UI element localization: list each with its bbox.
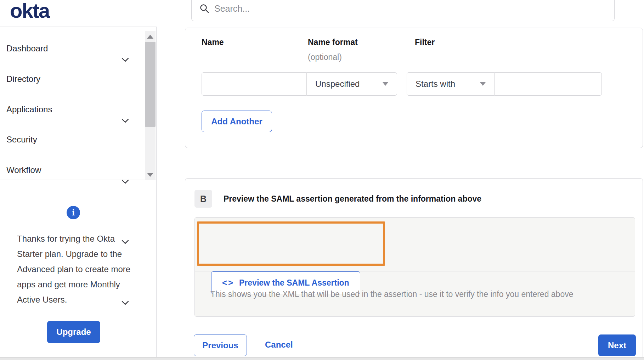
sidebar-item-label: Dashboard	[6, 44, 48, 54]
sidebar-item-applications[interactable]: Applications	[0, 100, 144, 119]
scrollbar-thumb[interactable]	[145, 42, 156, 127]
filter-operator-select[interactable]: Starts with	[407, 72, 495, 96]
step-badge: B	[194, 190, 212, 208]
sidebar-item-label: Security	[6, 135, 37, 145]
okta-logo[interactable]: okta	[10, 0, 49, 22]
sidebar-scrollbar[interactable]	[145, 31, 156, 180]
sidebar-item-directory[interactable]: Directory	[0, 69, 144, 89]
scroll-down-button[interactable]	[145, 169, 156, 180]
preview-section-heading: Preview the SAML assertion generated fro…	[224, 194, 481, 204]
sidebar-item-label: Applications	[6, 105, 52, 114]
bottom-edge-strip	[0, 357, 644, 360]
name-format-column-label: Name format	[308, 38, 358, 47]
sidebar-nav: Dashboard Directory Applications Securit…	[0, 27, 156, 180]
trial-message: Thanks for trying the Okta Starter plan.…	[17, 231, 135, 307]
chevron-down-icon	[122, 55, 129, 62]
sidebar-item-workflow[interactable]: Workflow	[0, 160, 144, 180]
name-format-optional-hint: (optional)	[308, 52, 342, 62]
search-icon	[199, 4, 209, 13]
name-format-select[interactable]: Unspecified	[307, 72, 397, 96]
sidebar-right-border	[156, 27, 157, 357]
next-button[interactable]: Next	[598, 334, 636, 356]
name-format-selected-value: Unspecified	[315, 79, 360, 89]
sidebar-item-label: Directory	[6, 74, 40, 84]
dropdown-caret-icon	[383, 82, 388, 86]
scroll-up-icon	[147, 35, 153, 39]
preview-panel: <> Preview the SAML Assertion This shows…	[194, 217, 635, 317]
sidebar-item-dashboard[interactable]: Dashboard	[0, 39, 144, 58]
name-column-label: Name	[202, 38, 224, 47]
preview-assertion-card: B Preview the SAML assertion generated f…	[185, 178, 643, 360]
global-search	[191, 0, 615, 21]
filter-value-input[interactable]	[495, 72, 602, 96]
cancel-link[interactable]: Cancel	[265, 340, 293, 350]
search-input[interactable]	[214, 4, 569, 14]
upgrade-button[interactable]: Upgrade	[47, 321, 100, 343]
scroll-down-icon	[147, 173, 153, 177]
sidebar-item-security[interactable]: Security	[0, 130, 144, 150]
info-icon: i	[67, 206, 80, 219]
dropdown-caret-icon	[480, 82, 486, 86]
annotation-highlight-rect	[197, 221, 385, 266]
filter-column-label: Filter	[415, 38, 435, 47]
previous-button[interactable]: Previous	[194, 334, 247, 356]
okta-admin-page: okta Dashboard Directory Applications Se…	[0, 0, 644, 360]
attribute-statements-card: Name Name format (optional) Filter Unspe…	[185, 28, 643, 148]
attribute-name-input[interactable]	[202, 72, 307, 96]
sidebar-item-label: Workflow	[6, 165, 41, 175]
add-another-button[interactable]: Add Another	[202, 111, 272, 132]
filter-operator-selected-value: Starts with	[416, 79, 455, 89]
scroll-up-button[interactable]	[145, 31, 156, 42]
preview-description: This shows you the XML that will be used…	[210, 271, 620, 317]
